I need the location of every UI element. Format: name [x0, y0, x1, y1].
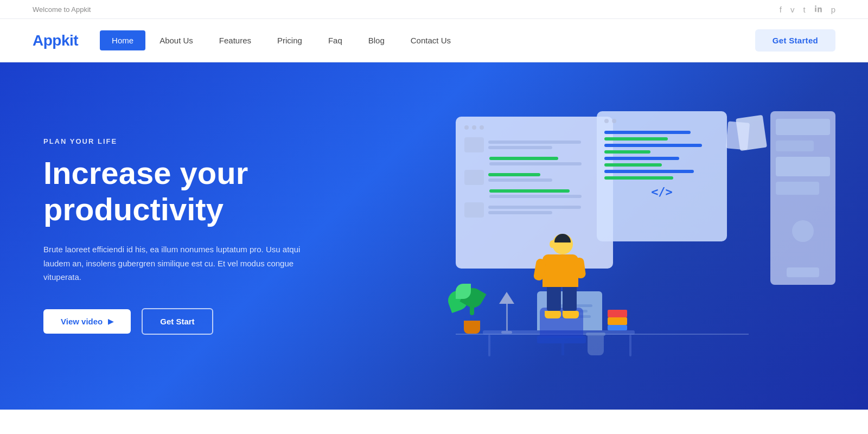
- nav-item-blog[interactable]: Blog: [356, 30, 397, 50]
- twitter-icon[interactable]: t: [803, 5, 805, 14]
- desk-leg-right: [629, 335, 631, 356]
- hero-description: Brute laoreet efficiendi id his, ea illu…: [43, 242, 304, 284]
- hero-buttons: View video ▶ Get Start: [43, 308, 304, 335]
- social-icons: f v t p: [780, 4, 835, 14]
- hero-illustration: </>: [456, 106, 835, 366]
- get-started-button[interactable]: Get Started: [755, 29, 835, 52]
- nav-item-home[interactable]: Home: [100, 30, 145, 50]
- play-icon: ▶: [108, 317, 113, 326]
- hero-section: PLAN YOUR LIFE Increase your productivit…: [0, 62, 868, 410]
- svg-point-1: [815, 5, 816, 7]
- nav-item-pricing[interactable]: Pricing: [265, 30, 314, 50]
- paper-2: [726, 121, 750, 150]
- desk-leg-left: [488, 335, 490, 356]
- trash-bin: [586, 333, 605, 355]
- top-bar: Welcome to Appkit f v t p: [0, 0, 868, 19]
- hero-title: Increase your productivity: [43, 155, 304, 227]
- get-start-button[interactable]: Get Start: [142, 308, 213, 335]
- logo[interactable]: Appkit: [33, 32, 78, 49]
- hero-content: PLAN YOUR LIFE Increase your productivit…: [43, 137, 304, 335]
- nav-item-contact[interactable]: Contact Us: [399, 30, 463, 50]
- person-figure: [542, 234, 579, 318]
- hero-eyebrow: PLAN YOUR LIFE: [43, 137, 304, 145]
- books-stack: [608, 310, 732, 330]
- welcome-text: Welcome to Appkit: [33, 5, 91, 14]
- bookshelf-panel: [770, 111, 835, 285]
- facebook-icon[interactable]: f: [780, 5, 782, 14]
- linkedin-icon[interactable]: [814, 4, 822, 14]
- desk-area: [456, 193, 749, 366]
- plant: [461, 288, 483, 334]
- nav-menu: Home About Us Features Pricing Faq Blog …: [100, 30, 755, 50]
- nav-item-faq[interactable]: Faq: [316, 30, 354, 50]
- nav-item-features[interactable]: Features: [207, 30, 263, 50]
- pinterest-icon[interactable]: p: [831, 5, 835, 14]
- navbar: Appkit Home About Us Features Pricing Fa…: [0, 19, 868, 62]
- vimeo-icon[interactable]: v: [790, 5, 795, 14]
- desk-lamp: [499, 292, 514, 334]
- view-video-button[interactable]: View video ▶: [43, 309, 131, 334]
- svg-rect-0: [815, 8, 816, 12]
- nav-item-about[interactable]: About Us: [148, 30, 205, 50]
